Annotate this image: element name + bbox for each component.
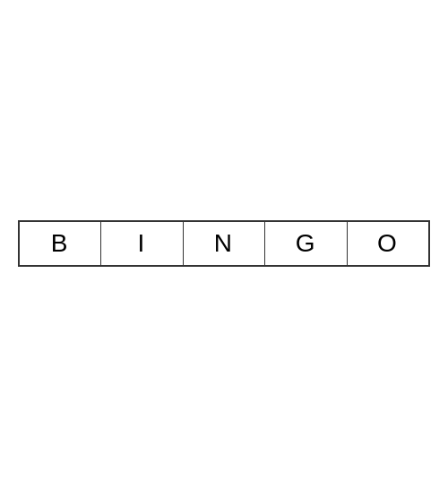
header-letter-i: I bbox=[101, 221, 184, 266]
bingo-header-row: BINGO bbox=[19, 221, 429, 266]
bingo-card: BINGO bbox=[18, 220, 430, 267]
header-letter-n: N bbox=[183, 221, 265, 266]
header-letter-o: O bbox=[347, 221, 429, 266]
header-letter-b: B bbox=[19, 221, 101, 266]
header-letter-g: G bbox=[265, 221, 348, 266]
